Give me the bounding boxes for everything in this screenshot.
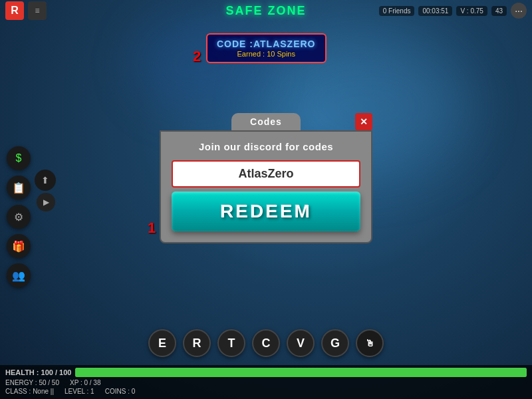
notification-box: CODE :ATLASZERO Earned : 10 Spins 2 bbox=[206, 33, 327, 63]
modal-close-button[interactable]: ✕ bbox=[355, 113, 372, 130]
class-stat: CLASS : None || bbox=[5, 388, 54, 395]
sidebar-btn-dollar[interactable]: $ bbox=[7, 146, 31, 170]
modal-input-wrapper bbox=[172, 160, 360, 188]
codes-tab[interactable]: Codes bbox=[231, 113, 301, 130]
hotbar-key-r[interactable]: R bbox=[183, 329, 211, 357]
time-badge: 00:03:51 bbox=[418, 6, 452, 16]
sidebar-btn-settings[interactable]: ⚙ bbox=[7, 205, 31, 229]
version-badge: V : 0.75 bbox=[456, 6, 487, 16]
modal-tab: Codes ✕ bbox=[160, 113, 372, 130]
hotbar-key-e[interactable]: E bbox=[148, 329, 176, 357]
top-bar-right: 0 Friends 00:03:51 V : 0.75 43 ··· bbox=[379, 3, 527, 19]
notification-number: 2 bbox=[193, 48, 201, 65]
roblox-icon[interactable]: R bbox=[5, 1, 24, 20]
sidebar-left: $ 📋 ⚙ 🎁 👥 bbox=[7, 146, 31, 287]
sidebar-arrow-right[interactable]: ▶ bbox=[37, 193, 55, 211]
modal-body: Join our discord for codes REDEEM bbox=[160, 130, 372, 243]
hotbar-key-g[interactable]: G bbox=[321, 329, 349, 357]
xp-stat: XP : 0 / 38 bbox=[70, 379, 101, 386]
top-bar: R ≡ SAFE ZONE 0 Friends 00:03:51 V : 0.7… bbox=[0, 0, 532, 21]
level-stat: LEVEL : 1 bbox=[65, 388, 94, 395]
num-badge: 43 bbox=[491, 6, 507, 16]
page-title: SAFE ZONE bbox=[225, 4, 306, 18]
redeem-button[interactable]: REDEEM bbox=[172, 192, 360, 231]
sidebar-btn-inventory[interactable]: 📋 bbox=[7, 176, 31, 200]
health-label: HEALTH : 100 / 100 bbox=[5, 368, 71, 376]
friends-badge: 0 Friends bbox=[379, 6, 415, 16]
bottom-area: E R T C V G 🖱 HEALTH : 100 / 100 ENERGY … bbox=[0, 329, 532, 399]
sidebar-btn-gift[interactable]: 🎁 bbox=[7, 234, 31, 258]
sidebar-btn-up[interactable]: ⬆ bbox=[35, 170, 56, 191]
hotbar-mouse: 🖱 bbox=[356, 329, 384, 357]
notification-code: CODE :ATLASZERO bbox=[217, 39, 316, 49]
code-input[interactable] bbox=[173, 162, 359, 186]
hotbar-key-c[interactable]: C bbox=[252, 329, 280, 357]
top-bar-left: R ≡ bbox=[5, 1, 47, 20]
stats-row-2: CLASS : None || LEVEL : 1 COINS : 0 bbox=[5, 388, 527, 395]
coins-stat: COINS : 0 bbox=[105, 388, 136, 395]
hotbar-key-v[interactable]: V bbox=[287, 329, 315, 357]
health-bar-fill bbox=[75, 368, 527, 377]
modal-number: 1 bbox=[148, 219, 156, 237]
hotbar: E R T C V G 🖱 bbox=[0, 329, 532, 360]
codes-modal: Codes ✕ Join our discord for codes REDEE… bbox=[160, 113, 372, 243]
notification-earned: Earned : 10 Spins bbox=[217, 50, 316, 58]
hotbar-key-t[interactable]: T bbox=[217, 329, 245, 357]
more-options-button[interactable]: ··· bbox=[511, 3, 527, 19]
health-bar-row: HEALTH : 100 / 100 bbox=[5, 368, 527, 377]
health-bar-track bbox=[75, 368, 527, 377]
menu-icon[interactable]: ≡ bbox=[28, 1, 47, 20]
stats-row: ENERGY : 50 / 50 XP : 0 / 38 bbox=[5, 379, 527, 386]
energy-stat: ENERGY : 50 / 50 bbox=[5, 379, 59, 386]
sidebar-btn-players[interactable]: 👥 bbox=[7, 263, 31, 287]
stats-bar: HEALTH : 100 / 100 ENERGY : 50 / 50 XP :… bbox=[0, 365, 532, 399]
modal-header-text: Join our discord for codes bbox=[172, 141, 360, 152]
